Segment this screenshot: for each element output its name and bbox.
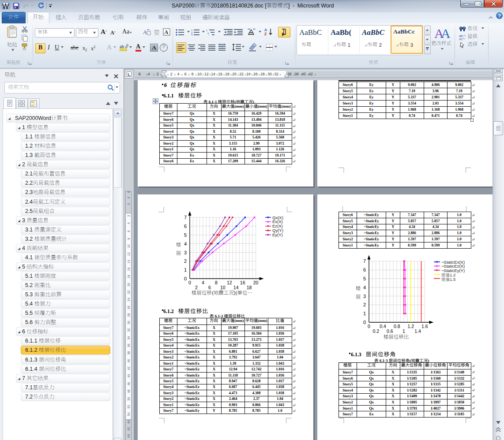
svg-text:3: 3 (22, 217, 26, 224)
svg-text:7.2: 7.2 (25, 394, 33, 400)
svg-text:A: A (165, 29, 169, 35)
svg-text:6.1.4: 6.1.4 (25, 366, 39, 372)
svg-text:2.1: 2.1 (25, 171, 33, 177)
svg-text:(mm): (mm) (258, 104, 267, 108)
svg-text:3.2: 3.2 (25, 236, 34, 242)
svg-text:1.2: 1.2 (25, 143, 34, 149)
svg-text:1.5: 1.5 (450, 277, 455, 282)
svg-text:6.1.3: 6.1.3 (351, 351, 363, 358)
svg-text:(mm): (mm) (282, 104, 291, 108)
svg-text:6.1.1: 6.1.1 (25, 338, 39, 344)
svg-text:Z: Z (264, 32, 267, 36)
svg-text:SAP2000Word: SAP2000Word (15, 115, 51, 121)
svg-text:A: A (143, 29, 147, 35)
svg-text:7.1: 7.1 (25, 384, 33, 391)
svg-text:20180518140826.doc [: 20180518140826.doc [ (211, 3, 267, 9)
svg-text:6.1.2: 6.1.2 (25, 347, 39, 353)
svg-text:6.1.1: 6.1.1 (163, 93, 175, 99)
svg-text:5.1: 5.1 (25, 273, 34, 279)
svg-text:] - Microsoft Word: ] - Microsoft Word (288, 3, 334, 9)
svg-text:5.4: 5.4 (25, 301, 34, 307)
svg-text:5: 5 (22, 264, 26, 270)
svg-text:ac: ac (459, 37, 463, 40)
svg-text:2.3: 2.3 (25, 189, 33, 195)
svg-text:6.1.3: 6.1.3 (25, 357, 39, 363)
svg-text:2.2: 2.2 (25, 180, 33, 186)
svg-text:ab: ab (120, 44, 124, 49)
svg-text:6: 6 (164, 82, 169, 88)
svg-text:(mm): (mm) (258, 318, 267, 323)
svg-text:5.5: 5.5 (25, 310, 34, 316)
svg-text:4: 4 (22, 245, 26, 251)
svg-text:7: 7 (22, 375, 26, 381)
svg-text:5.2: 5.2 (25, 282, 34, 288)
svg-text:2.5: 2.5 (25, 208, 33, 214)
svg-text:6.1.2: 6.1.2 (163, 308, 175, 314)
svg-text:)(: )( (234, 290, 237, 295)
svg-text:1.3: 1.3 (25, 152, 34, 158)
svg-text:2.4: 2.4 (25, 199, 33, 205)
svg-text:(: ( (212, 290, 214, 295)
svg-text:1: 1 (22, 124, 26, 131)
svg-text:(mm): (mm) (234, 104, 244, 108)
svg-text:3.1: 3.1 (25, 227, 34, 233)
svg-text:2: 2 (22, 161, 26, 168)
svg-text:A: A (441, 26, 450, 40)
svg-text:4.1: 4.1 (25, 254, 34, 261)
svg-text:6: 6 (22, 328, 26, 335)
svg-text:SAP2000: SAP2000 (172, 3, 195, 9)
svg-text:5.3: 5.3 (25, 291, 34, 298)
svg-text:5.6: 5.6 (25, 319, 34, 325)
svg-text:1.1: 1.1 (25, 134, 34, 140)
svg-text:3: 3 (191, 34, 193, 36)
svg-text:i: i (209, 34, 209, 36)
svg-text:(mm): (mm) (234, 318, 244, 323)
